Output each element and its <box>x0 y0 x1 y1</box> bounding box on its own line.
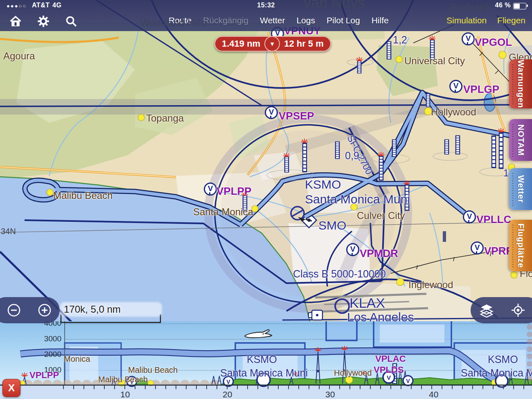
profile-waypoint-label: VPLDS <box>374 365 404 375</box>
distance-tick-label: 10 <box>120 390 130 399</box>
menu-item-fly[interactable]: Fliegen <box>497 16 525 25</box>
profile-city-label: Hollywood <box>334 368 372 378</box>
minus-icon <box>7 303 21 317</box>
search-button[interactable] <box>65 15 78 28</box>
menu-item-logs[interactable]: Logs <box>296 16 315 25</box>
layers-icon <box>479 303 494 318</box>
menu-item-simulation[interactable]: Simulation <box>446 16 487 25</box>
profile-city-label: Monica <box>64 354 90 364</box>
vfr-point-icon: V <box>462 32 475 45</box>
gear-icon <box>37 15 50 27</box>
search-icon <box>65 15 77 27</box>
settings-button[interactable] <box>37 15 50 28</box>
menu-item-help[interactable]: Hilfe <box>372 16 389 25</box>
vfr-point-icon: V <box>449 80 462 93</box>
svg-text:V: V <box>406 378 410 384</box>
tab-label: Warnungen <box>516 60 525 108</box>
menu-item-weather[interactable]: Wetter <box>260 16 285 25</box>
home-icon <box>9 15 22 27</box>
profile-airport-label: KSMO <box>488 354 518 365</box>
altitude-tick-label: 3000 <box>36 334 61 343</box>
map-scale: 170k, 5,0 nm <box>60 304 162 324</box>
elevation-profile-panel: V V V V 4000 3000 2000 1000 10 20 30 40 <box>0 321 532 399</box>
map-layer-controls <box>471 297 532 323</box>
tab-label: Wetter <box>516 175 525 203</box>
altitude-tick-label: 2000 <box>36 350 61 359</box>
tab-label: Flugplätze <box>516 223 525 268</box>
airplane-icon <box>245 330 272 338</box>
svg-text:V: V <box>226 379 230 385</box>
main-menu: Route Rückgängig Wetter Logs Pilot Log H… <box>169 16 389 25</box>
route-summary-pill[interactable]: 1.419 nm ▾ 12 hr 5 m <box>214 36 331 52</box>
close-icon: X <box>8 382 15 394</box>
battery-icon <box>513 3 526 9</box>
menu-item-undo: Rückgängig <box>203 16 248 25</box>
scale-label: 170k, 5,0 nm <box>60 304 125 315</box>
profile-airport-label: Santa Monica Muni <box>220 367 308 379</box>
tab-notam[interactable]: NOTAM <box>509 119 532 161</box>
zoom-controls <box>0 297 60 323</box>
vfr-point-icon: V <box>204 183 217 196</box>
distance-tick-label: 20 <box>223 390 232 399</box>
mode-menu: Simulation Fliegen <box>446 16 525 25</box>
profile-airport-label: KSMO <box>247 354 277 365</box>
tab-label: NOTAM <box>516 124 525 156</box>
plus-icon <box>38 303 52 317</box>
locate-button[interactable] <box>509 301 527 319</box>
distance-tick-label: 40 <box>429 390 438 399</box>
profile-city-label: Malibu Beach <box>128 365 178 375</box>
menu-item-pilot-log[interactable]: Pilot Log <box>327 16 360 25</box>
clock: 15:32 <box>0 2 532 9</box>
route-dropdown-button[interactable]: ▾ <box>264 36 280 52</box>
zoom-in-button[interactable] <box>36 301 54 319</box>
route-distance: 1.419 nm <box>222 38 260 49</box>
vfr-point-icon: V <box>463 210 476 223</box>
chevron-down-icon: ▾ <box>271 40 274 47</box>
profile-waypoint-label: VPLAC <box>375 354 406 364</box>
profile-waypoint-label: VPLPP <box>29 370 59 381</box>
tab-weather[interactable]: Wetter <box>509 168 532 210</box>
crosshair-icon <box>511 303 525 318</box>
vfr-point-icon: V <box>471 241 484 255</box>
route-duration: 12 hr 5 m <box>284 38 324 49</box>
battery-percent-label: 46 % <box>495 2 511 9</box>
menu-item-route[interactable]: Route <box>169 16 192 25</box>
vfr-point-icon: V <box>346 243 359 256</box>
tab-airfields[interactable]: Flugplätze <box>509 220 532 271</box>
zoom-out-button[interactable] <box>5 301 23 319</box>
layers-button[interactable] <box>478 301 496 319</box>
top-bar: ●●●○○ AT&T 4G 15:32 46 % Route Rückgängi… <box>0 0 532 31</box>
app-root: Agoura Woodland Hills van Nuys Burbank U… <box>0 0 532 399</box>
tab-warnings[interactable]: Warnungen <box>509 59 532 108</box>
profile-city-label: Malibu Beach <box>98 375 148 384</box>
profile-airport-label: Santa Monica M <box>461 367 532 379</box>
distance-tick-label: 30 <box>325 390 335 399</box>
vfr-point-icon: V <box>265 106 278 119</box>
home-button[interactable] <box>9 15 22 28</box>
close-profile-button[interactable]: X <box>2 379 20 397</box>
profile-distance-ticks <box>63 385 532 389</box>
